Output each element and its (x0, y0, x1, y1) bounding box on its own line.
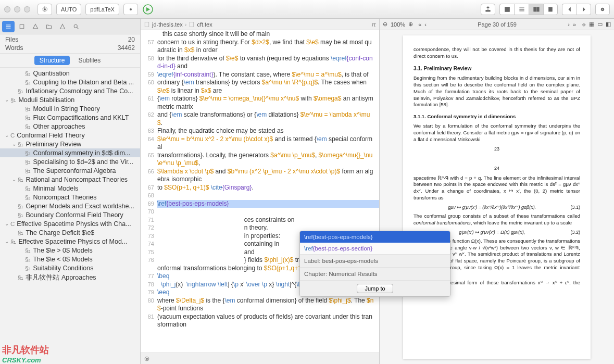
zoom-dot[interactable] (24, 6, 30, 12)
outline-item[interactable]: ⌄CConformal Field Theory (0, 131, 140, 140)
zoom-out-icon[interactable]: ⊖ (383, 21, 387, 28)
code-line[interactable]: 60ordinary {\em translations} by vectors… (141, 79, 379, 95)
code-line[interactable]: 58for the third derivative of $\e$ to va… (141, 55, 379, 71)
line-number: 70 (141, 208, 157, 216)
layout-split[interactable] (529, 4, 543, 15)
close-dot[interactable] (4, 6, 10, 12)
outline-view-icon[interactable] (2, 21, 15, 32)
outline-item[interactable]: ⌄§₁Effective Spacetime Physics of Mod... (0, 237, 140, 246)
nav-back[interactable] (562, 4, 577, 15)
outline-item[interactable]: ⌄§₁Rational and Noncompact Theories (0, 175, 140, 184)
outline-item[interactable]: §₂Noncompact Theories (0, 193, 140, 202)
section-label: §₂ (25, 167, 31, 174)
outline-item[interactable]: §₂Coupling to the Dilaton and Beta ... (0, 78, 140, 86)
crumb-root[interactable]: jd-thesis.tex (152, 21, 183, 28)
code-area[interactable]: this case shortly since it will be of ma… (141, 30, 379, 353)
files-view-icon[interactable] (16, 21, 28, 32)
engine-selector[interactable]: pdfLaTeX (85, 4, 119, 15)
pv-tool-icon[interactable]: ⎆ (582, 21, 586, 28)
jump-to-button[interactable]: Jump to (357, 284, 393, 293)
pdf-text: We start by a formulation of the conform… (413, 123, 580, 143)
editor-pane: jd-thesis.tex › cft.tex π this case shor… (141, 19, 380, 364)
chevron-icon: ⌄ (11, 177, 17, 182)
tab-subfiles[interactable]: Subfiles (73, 56, 106, 65)
tab-structure[interactable]: Structure (34, 56, 70, 65)
outline-item[interactable]: §₁Inflationary Cosmology and The Co... (0, 86, 140, 95)
pdf-text: correspondence, they will not be covered… (413, 46, 580, 60)
svg-rect-7 (533, 7, 536, 11)
outline-item[interactable]: ⌄§₁Moduli Stabilisation (0, 95, 140, 104)
code-line[interactable]: 80where $\Delta_j$ is the {\em conformal… (141, 297, 379, 313)
outline-item[interactable]: §₁非凡软件站 Approaches (0, 272, 140, 283)
crumb-file[interactable]: cft.tex (197, 21, 212, 28)
settings-button[interactable] (37, 4, 52, 15)
nav-forward[interactable] (577, 4, 591, 15)
warnings-view-icon[interactable] (56, 21, 69, 32)
pv-grid-icon[interactable]: ▦ (589, 21, 594, 28)
outline-item[interactable]: §₂Quantisation (0, 69, 140, 78)
layout-single[interactable] (499, 4, 514, 15)
section-label: C (10, 132, 15, 139)
outline-item[interactable]: ⌄CEffective Spacetime Physics with Cha..… (0, 219, 140, 228)
pdf-equation: gμν ↦ g′μν(x′) = (∂xᵅ/∂x′ᵘ)(∂xᵝ/∂x′ᵛ) gα… (413, 204, 580, 210)
section-label: §₂ (25, 70, 31, 77)
autocomplete-option[interactable]: \ref{best-pos-eps-models} (300, 231, 450, 243)
outline-item[interactable]: §₂The $\e > 0$ Models (0, 246, 140, 255)
outline-tree[interactable]: §₂Quantisation§₂Coupling to the Dilaton … (0, 68, 140, 364)
first-page-icon[interactable]: « (418, 21, 421, 28)
typeset-button[interactable] (142, 4, 154, 15)
more-button[interactable] (595, 4, 610, 15)
outline-item[interactable]: §₂Minimal Models (0, 184, 140, 193)
folder-view-icon[interactable] (43, 21, 55, 32)
code-line[interactable]: 66$\lambda x \cdot \p$ and $b^\mu (x^2 \… (141, 168, 379, 184)
errors-view-icon[interactable] (29, 21, 42, 32)
minimize-dot[interactable] (14, 6, 20, 12)
autocomplete-label-info: Label: best-pos-eps-models (300, 254, 450, 267)
zoom-in-icon[interactable]: ⊕ (408, 21, 413, 28)
outline-item[interactable]: §₂Moduli in String Theory (0, 104, 140, 113)
section-label: §₁ (18, 211, 23, 219)
outline-item[interactable]: §₁Gepner Models and Exact worldshe... (0, 202, 140, 210)
nav-segmented (562, 4, 591, 15)
code-line[interactable]: 68 (141, 192, 379, 200)
pv-fit-icon[interactable]: ▭ (597, 21, 603, 28)
layout-preview[interactable] (543, 4, 558, 15)
share-button[interactable] (481, 4, 495, 15)
section-label: §₁ (18, 229, 23, 236)
outline-text: 非凡软件站 Approaches (26, 273, 96, 282)
engine-settings-button[interactable] (123, 4, 138, 15)
outline-item[interactable]: §₂Specialising to $d=2$ and the Vir... (0, 157, 140, 166)
outline-item[interactable]: §₂The $\e < 0$ Models (0, 255, 140, 263)
outline-item[interactable]: §₂Suitability Conditions (0, 263, 140, 272)
outline-item[interactable]: ⌄§₁Preliminary Review (0, 140, 140, 148)
code-line[interactable]: 67to $SO(p+1, q+1)$ \cite{Ginsparg}. (141, 184, 379, 192)
code-line[interactable]: 64$\e^\mu = b^\mu x^2 - 2 x^\mu (b\cdot … (141, 135, 379, 152)
outline-item[interactable]: §₂Other approaches (0, 122, 140, 131)
gear-icon[interactable] (144, 356, 150, 362)
autocomplete-option[interactable]: \ref{best-pos-eps-section} (300, 243, 450, 254)
outline-item[interactable]: §₁Boundary Conformal Field Theory (0, 210, 140, 219)
layout-lines[interactable] (514, 4, 529, 15)
code-line[interactable]: 59\eqref{inf-constraint}). The constant … (141, 71, 379, 79)
auto-mode-button[interactable]: AUTO (56, 4, 81, 15)
outline-item[interactable]: §₁The Charge Deficit $\e$ (0, 228, 140, 237)
code-line[interactable]: 81(vacuum expectation values of products… (141, 313, 379, 329)
code-line[interactable]: 61{\em rotations} $\e^\mu = \omega_\nu{}… (141, 95, 379, 111)
search-view-icon[interactable] (70, 21, 82, 32)
code-line[interactable]: 57concern to us in string theory. For $d… (141, 39, 379, 55)
outline-item[interactable]: §₂Conformal symmetry in $d$ dim... (0, 148, 140, 157)
last-page-icon[interactable]: » (573, 21, 576, 28)
pv-crop-icon[interactable]: ◧ (606, 21, 611, 28)
prev-page-icon[interactable]: ‹ (424, 21, 427, 28)
code-line[interactable]: 69\ref{best-pos-eps-models} (141, 200, 379, 208)
outline-item[interactable]: §₂The Superconformal Algebra (0, 166, 140, 175)
code-line[interactable]: 65transformations}. Locally, the generat… (141, 152, 379, 168)
code-line[interactable]: 71 ces constraints on (141, 216, 379, 224)
code-line[interactable]: 63Finally, the quadratic choice may be s… (141, 127, 379, 135)
code-line[interactable]: 62and {\em scale transformations} or {\e… (141, 111, 379, 127)
next-page-icon[interactable]: › (568, 21, 570, 28)
code-line[interactable]: this case shortly since it will be of ma… (141, 30, 379, 39)
code-line[interactable]: 70 (141, 208, 379, 216)
outline-item[interactable]: §₂Flux Compactifications and KKLT (0, 113, 140, 122)
preview-viewport[interactable]: correspondence, they will not be covered… (380, 30, 614, 364)
